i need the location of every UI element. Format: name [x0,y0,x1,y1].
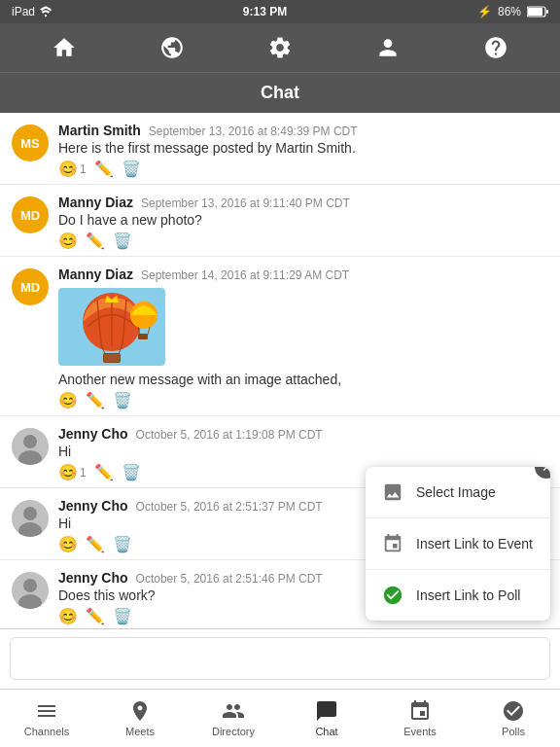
profile-button[interactable] [367,26,409,69]
react-button[interactable]: 😊 [58,391,78,409]
edit-button[interactable]: ✏️ [86,535,105,553]
insert-poll-button[interactable]: Insert Link to Poll [366,570,550,621]
delete-button[interactable]: 🗑️ [113,607,132,625]
edit-button[interactable]: ✏️ [94,160,114,178]
event-icon [379,530,406,557]
message-text: Hi [58,444,548,459]
message-image [58,288,165,366]
message-text: Here is the first message posted by Mart… [58,140,548,156]
calendar-icon [408,699,432,723]
check-circle-icon [502,699,525,723]
insert-event-label: Insert Link to Event [416,536,533,551]
wifi-icon [39,5,52,18]
svg-rect-13 [138,334,148,339]
status-right: ⚡ 86% [477,5,548,18]
tab-channels-label: Channels [24,726,69,737]
tab-chat-label: Chat [315,726,337,737]
table-row: MD Manny Diaz September 14, 2016 at 9:11… [0,257,560,416]
message-text: Do I have a new photo? [58,212,548,228]
edit-button[interactable]: ✏️ [86,607,105,625]
avatar [12,428,49,465]
tab-meets-label: Meets [125,726,155,737]
bluetooth-icon: ⚡ [477,5,492,18]
help-button[interactable] [474,26,517,69]
chat-icon [315,699,338,723]
sender-name: Manny Diaz [58,195,133,210]
insert-event-button[interactable]: Insert Link to Event [366,518,550,570]
delete-button[interactable]: 🗑️ [113,231,132,250]
delete-button[interactable]: 🗑️ [113,391,132,409]
svg-point-15 [23,435,37,448]
avatar: MD [12,268,49,305]
select-image-button[interactable]: Select Image [366,467,550,518]
tab-chat[interactable]: Chat [280,694,373,743]
avatar [12,500,49,537]
svg-point-18 [23,507,37,520]
popup-menu: ✕ Select Image Insert Link to Event Inse… [366,467,550,621]
message-input[interactable] [10,637,550,680]
message-time: September 13, 2016 at 8:49:39 PM CDT [149,124,358,138]
tab-events[interactable]: Events [373,694,467,743]
avatar: MS [12,124,49,161]
sender-name: Jenny Cho [58,498,128,514]
message-time: October 5, 2016 at 2:51:46 PM CDT [136,572,323,586]
avatar [12,572,49,609]
people-icon [222,699,245,723]
message-time: October 5, 2016 at 2:51:37 PM CDT [136,500,323,514]
svg-rect-9 [104,354,120,362]
delete-button[interactable]: 🗑️ [122,463,141,481]
table-row: MS Martin Smith September 13, 2016 at 8:… [0,113,560,185]
react-button[interactable]: 😊 [58,535,78,553]
tab-polls[interactable]: Polls [467,694,560,743]
tab-events-label: Events [403,726,437,737]
insert-poll-label: Insert Link to Poll [416,587,520,603]
table-row: MD Manny Diaz September 13, 2016 at 9:11… [0,185,560,257]
jenny-avatar-icon [12,500,49,537]
location-icon [128,699,152,723]
react-button[interactable]: 😊 [58,231,78,250]
battery-icon [527,6,548,18]
person-icon [375,35,401,60]
select-image-label: Select Image [416,484,496,500]
message-text: Another new message with an image attach… [58,372,548,387]
tab-meets[interactable]: Meets [93,694,187,743]
edit-button[interactable]: ✏️ [86,391,105,409]
message-actions: 😊 ✏️ 🗑️ [58,231,548,250]
tab-directory[interactable]: Directory [187,694,280,743]
page-title: Chat [0,72,560,113]
globe-button[interactable] [151,26,193,69]
status-left: iPad [12,5,52,18]
avatar: MD [12,196,49,233]
home-icon [52,35,77,60]
svg-rect-3 [546,10,548,14]
message-time: October 5, 2016 at 1:19:08 PM CDT [136,428,323,442]
settings-button[interactable] [259,26,301,69]
edit-button[interactable]: ✏️ [94,463,114,481]
edit-button[interactable]: ✏️ [86,231,105,250]
status-time: 9:13 PM [243,5,287,18]
device-label: iPad [12,5,35,18]
sender-name: Jenny Cho [58,426,128,442]
home-button[interactable] [43,26,86,69]
globe-icon [159,35,185,60]
gear-icon [267,35,293,60]
sender-name: Jenny Cho [58,570,128,586]
message-actions: 😊 ✏️ 🗑️ [58,391,548,409]
tab-directory-label: Directory [212,726,255,737]
message-time: September 14, 2016 at 9:11:29 AM CDT [141,268,349,282]
delete-button[interactable]: 🗑️ [122,160,141,178]
battery-label: 86% [498,5,521,18]
jenny-avatar-icon [12,428,49,465]
tab-channels[interactable]: Channels [0,694,93,743]
sender-name: Martin Smith [58,123,141,138]
react-button[interactable]: 😊 1 [58,463,87,481]
message-time: September 13, 2016 at 9:11:40 PM CDT [141,196,350,210]
sender-name: Manny Diaz [58,267,133,282]
react-button[interactable]: 😊 1 [58,160,87,178]
jenny-avatar-icon [12,572,49,609]
react-button[interactable]: 😊 [58,607,78,625]
svg-point-0 [45,15,47,17]
message-actions: 😊 1 ✏️ 🗑️ [58,160,548,178]
image-icon [379,479,406,506]
delete-button[interactable]: 🗑️ [113,535,132,553]
